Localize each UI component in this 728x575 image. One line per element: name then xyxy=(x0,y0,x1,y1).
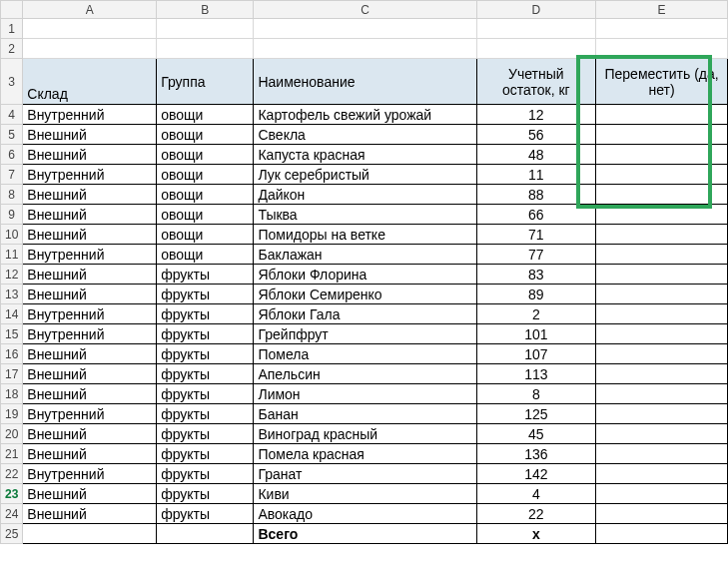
cell-B13[interactable]: фрукты xyxy=(157,285,254,304)
cell-B9[interactable]: овощи xyxy=(157,205,254,225)
cell-E8[interactable] xyxy=(596,185,728,205)
row-20[interactable]: 20ВнешнийфруктыВиноград красный45 xyxy=(1,424,728,444)
row-head-23[interactable]: 23 xyxy=(1,484,23,504)
row-15[interactable]: 15ВнутреннийфруктыГрейпфрут101 xyxy=(1,324,728,344)
cell-D17[interactable]: 113 xyxy=(476,364,596,384)
cell-C19[interactable]: Банан xyxy=(254,404,476,424)
row-11[interactable]: 11ВнутреннийовощиБаклажан77 xyxy=(1,245,728,265)
row-10[interactable]: 10ВнешнийовощиПомидоры на ветке71 xyxy=(1,225,728,245)
cell-E9[interactable] xyxy=(596,205,728,225)
cell-B23[interactable]: фрукты xyxy=(157,484,254,504)
row-head-5[interactable]: 5 xyxy=(1,125,23,145)
cell-A15[interactable]: Внутренний xyxy=(23,324,157,344)
cell-D6[interactable]: 48 xyxy=(476,145,596,165)
row-head-12[interactable]: 12 xyxy=(1,265,23,285)
row-head-22[interactable]: 22 xyxy=(1,464,23,484)
row-head-7[interactable]: 7 xyxy=(1,165,23,185)
cell-B25[interactable] xyxy=(157,524,254,544)
cell-A13[interactable]: Внешний xyxy=(23,285,157,304)
cell-C18[interactable]: Лимон xyxy=(254,384,476,404)
cell-E12[interactable] xyxy=(596,265,728,285)
cell-C14[interactable]: Яблоки Гала xyxy=(254,304,476,324)
cell-A20[interactable]: Внешний xyxy=(23,424,157,444)
row-head-4[interactable]: 4 xyxy=(1,105,23,125)
col-head-A[interactable]: A xyxy=(23,1,157,19)
cell-E13[interactable] xyxy=(596,285,728,304)
cell-C1[interactable] xyxy=(254,19,476,39)
cell-B15[interactable]: фрукты xyxy=(157,324,254,344)
cell-B6[interactable]: овощи xyxy=(157,145,254,165)
row-3-header[interactable]: 3 Склад Группа Наименование Учетный оста… xyxy=(1,59,728,105)
cell-B22[interactable]: фрукты xyxy=(157,464,254,484)
cell-D8[interactable]: 88 xyxy=(476,185,596,205)
cell-C2[interactable] xyxy=(254,39,476,59)
cell-E25[interactable] xyxy=(596,524,728,544)
row-16[interactable]: 16ВнешнийфруктыПомела107 xyxy=(1,344,728,364)
cell-A16[interactable]: Внешний xyxy=(23,344,157,364)
row-head-25[interactable]: 25 xyxy=(1,524,23,544)
cell-A1[interactable] xyxy=(23,19,157,39)
row-13[interactable]: 13ВнешнийфруктыЯблоки Семиренко89 xyxy=(1,285,728,304)
cell-A6[interactable]: Внешний xyxy=(23,145,157,165)
row-head-24[interactable]: 24 xyxy=(1,504,23,524)
cell-B20[interactable]: фрукты xyxy=(157,424,254,444)
cell-B21[interactable]: фрукты xyxy=(157,444,254,464)
cell-B8[interactable]: овощи xyxy=(157,185,254,205)
row-24[interactable]: 24ВнешнийфруктыАвокадо22 xyxy=(1,504,728,524)
cell-E5[interactable] xyxy=(596,125,728,145)
row-head-19[interactable]: 19 xyxy=(1,404,23,424)
column-header-row[interactable]: A B C D E xyxy=(1,1,728,19)
header-cell-warehouse[interactable]: Склад xyxy=(23,59,157,105)
cell-C6[interactable]: Капуста красная xyxy=(254,145,476,165)
row-17[interactable]: 17ВнешнийфруктыАпельсин113 xyxy=(1,364,728,384)
cell-D1[interactable] xyxy=(476,19,596,39)
cell-D24[interactable]: 22 xyxy=(476,504,596,524)
cell-D5[interactable]: 56 xyxy=(476,125,596,145)
cell-C24[interactable]: Авокадо xyxy=(254,504,476,524)
cell-E10[interactable] xyxy=(596,225,728,245)
header-cell-balance[interactable]: Учетный остаток, кг xyxy=(476,59,596,105)
row-head-6[interactable]: 6 xyxy=(1,145,23,165)
row-head-17[interactable]: 17 xyxy=(1,364,23,384)
cell-E4[interactable] xyxy=(596,105,728,125)
cell-E1[interactable] xyxy=(596,19,728,39)
row-head-9[interactable]: 9 xyxy=(1,205,23,225)
cell-A12[interactable]: Внешний xyxy=(23,265,157,285)
cell-A10[interactable]: Внешний xyxy=(23,225,157,245)
row-23[interactable]: 23ВнешнийфруктыКиви4 xyxy=(1,484,728,504)
row-14[interactable]: 14ВнутреннийфруктыЯблоки Гала2 xyxy=(1,304,728,324)
row-head-16[interactable]: 16 xyxy=(1,344,23,364)
cell-D20[interactable]: 45 xyxy=(476,424,596,444)
cell-E15[interactable] xyxy=(596,324,728,344)
cell-B4[interactable]: овощи xyxy=(157,105,254,125)
cell-D23[interactable]: 4 xyxy=(476,484,596,504)
row-head-21[interactable]: 21 xyxy=(1,444,23,464)
cell-D12[interactable]: 83 xyxy=(476,265,596,285)
cell-C16[interactable]: Помела xyxy=(254,344,476,364)
row-19[interactable]: 19ВнутреннийфруктыБанан125 xyxy=(1,404,728,424)
cell-C20[interactable]: Виноград красный xyxy=(254,424,476,444)
row-head-20[interactable]: 20 xyxy=(1,424,23,444)
cell-E20[interactable] xyxy=(596,424,728,444)
row-22[interactable]: 22ВнутреннийфруктыГранат142 xyxy=(1,464,728,484)
col-head-E[interactable]: E xyxy=(596,1,728,19)
cell-E21[interactable] xyxy=(596,444,728,464)
cell-D25[interactable]: x xyxy=(476,524,596,544)
col-head-D[interactable]: D xyxy=(476,1,596,19)
cell-D7[interactable]: 11 xyxy=(476,165,596,185)
cell-B1[interactable] xyxy=(157,19,254,39)
cell-B11[interactable]: овощи xyxy=(157,245,254,265)
row-head-2[interactable]: 2 xyxy=(1,39,23,59)
cell-D19[interactable]: 125 xyxy=(476,404,596,424)
cell-C5[interactable]: Свекла xyxy=(254,125,476,145)
cell-E24[interactable] xyxy=(596,504,728,524)
cell-C4[interactable]: Картофель свежий урожай xyxy=(254,105,476,125)
cell-A5[interactable]: Внешний xyxy=(23,125,157,145)
row-head-13[interactable]: 13 xyxy=(1,285,23,304)
header-cell-name[interactable]: Наименование xyxy=(254,59,476,105)
cell-A23[interactable]: Внешний xyxy=(23,484,157,504)
cell-D2[interactable] xyxy=(476,39,596,59)
cell-C23[interactable]: Киви xyxy=(254,484,476,504)
cell-B19[interactable]: фрукты xyxy=(157,404,254,424)
row-head-14[interactable]: 14 xyxy=(1,304,23,324)
